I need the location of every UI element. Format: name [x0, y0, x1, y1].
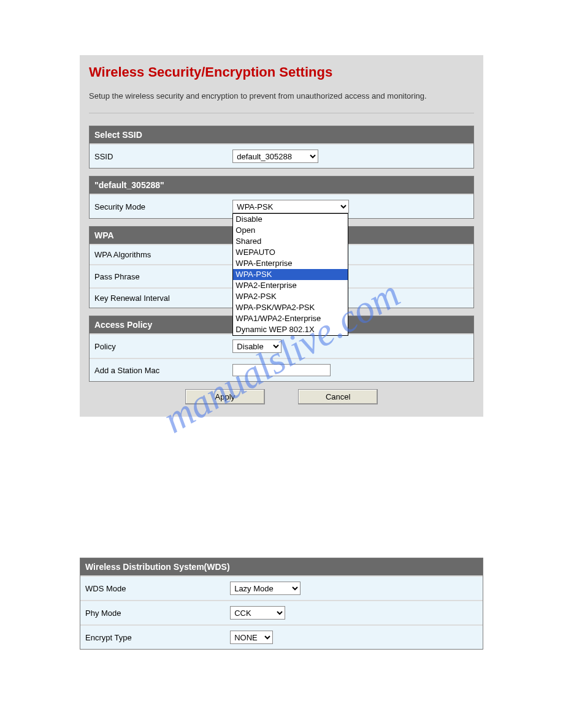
- phy-mode-label: Phy Mode: [80, 600, 225, 624]
- pass-phrase-label: Pass Phrase: [90, 264, 228, 287]
- apply-button[interactable]: Apply: [185, 389, 265, 404]
- security-mode-option[interactable]: Shared: [233, 236, 348, 247]
- page-subtitle: Setup the wireless security and encrypti…: [89, 91, 474, 100]
- security-mode-option[interactable]: WPA2-Enterprise: [233, 280, 348, 291]
- divider: [89, 113, 474, 113]
- encrypt-type-label: Encrypt Type: [80, 624, 225, 649]
- select-ssid-table: Select SSID SSID default_305288: [89, 126, 474, 169]
- ssid-config-table: "default_305288" Security Mode WPA-PSK D…: [89, 176, 474, 219]
- security-mode-option[interactable]: Open: [233, 225, 348, 236]
- security-mode-option[interactable]: WPA1/WPA2-Enterprise: [233, 313, 348, 324]
- wds-mode-label: WDS Mode: [80, 575, 225, 600]
- security-mode-option[interactable]: WPA-PSK/WPA2-PSK: [233, 302, 348, 313]
- security-mode-option[interactable]: WPA-Enterprise: [233, 258, 348, 269]
- add-station-input[interactable]: [232, 364, 331, 376]
- security-mode-option[interactable]: WPA2-PSK: [233, 291, 348, 302]
- policy-select[interactable]: Disable: [232, 339, 282, 353]
- wds-table: Wireless Distribution System(WDS) WDS Mo…: [80, 558, 483, 650]
- security-mode-option[interactable]: Dynamic WEP 802.1X: [233, 324, 348, 335]
- wpa-algorithms-label: WPA Algorithms: [90, 244, 228, 264]
- security-settings-panel: Wireless Security/Encryption Settings Se…: [80, 55, 483, 417]
- ssid-label: SSID: [90, 143, 228, 168]
- phy-mode-select[interactable]: CCK: [230, 606, 285, 620]
- security-mode-select[interactable]: WPA-PSK: [232, 200, 349, 213]
- policy-label: Policy: [90, 333, 228, 358]
- add-station-label: Add a Station Mac: [90, 358, 228, 381]
- encrypt-type-select[interactable]: NONE: [230, 631, 273, 644]
- wds-header: Wireless Distribution System(WDS): [80, 558, 483, 575]
- cancel-button[interactable]: Cancel: [298, 389, 378, 404]
- security-mode-option[interactable]: WEPAUTO: [233, 247, 348, 258]
- security-mode-dropdown[interactable]: DisableOpenSharedWEPAUTOWPA-EnterpriseWP…: [232, 213, 348, 336]
- select-ssid-header: Select SSID: [90, 126, 473, 143]
- page-title: Wireless Security/Encryption Settings: [89, 64, 474, 80]
- security-mode-option[interactable]: Disable: [233, 214, 348, 225]
- ssid-config-header: "default_305288": [90, 176, 473, 194]
- key-renewal-label: Key Renewal Interval: [90, 287, 228, 308]
- wds-mode-select[interactable]: Lazy Mode: [230, 582, 301, 595]
- ssid-select[interactable]: default_305288: [232, 150, 318, 163]
- security-mode-label: Security Mode: [90, 194, 228, 218]
- security-mode-option[interactable]: WPA-PSK: [233, 269, 348, 280]
